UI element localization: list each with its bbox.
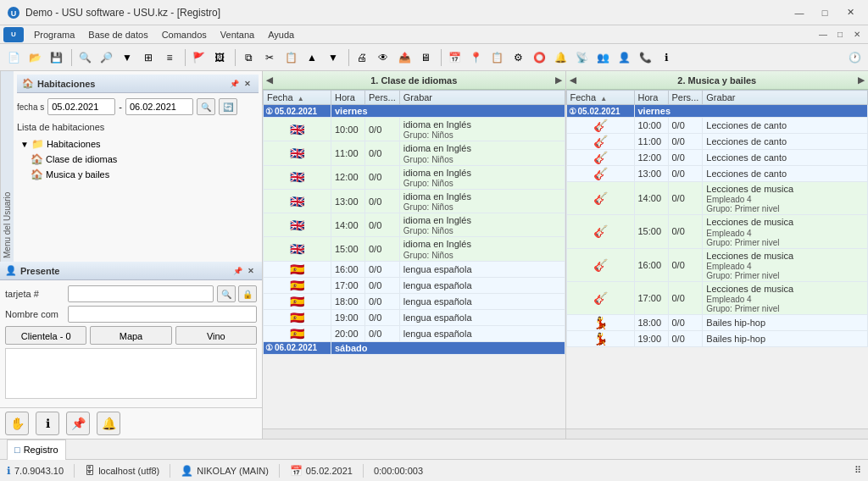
tb-filter2-btn[interactable]: ⊞ (138, 47, 159, 68)
tb-clock-btn[interactable]: 🕐 (844, 47, 865, 68)
tb-filter3-btn[interactable]: ≡ (159, 47, 180, 68)
tb-feed-btn[interactable]: 📡 (571, 47, 592, 68)
tb-img-btn[interactable]: 🖼 (209, 47, 230, 68)
tb-save-btn[interactable]: 💾 (46, 47, 66, 68)
tb-search-btn[interactable]: 🔍 (75, 47, 95, 68)
tb-zoom-btn[interactable]: 🔎 (96, 47, 116, 68)
pin-btn[interactable]: 📌 (66, 412, 90, 435)
table-row[interactable]: 🇬🇧10:000/0idioma en InglésGrupo: Niños (264, 118, 565, 141)
tb-circle-btn[interactable]: ⭕ (529, 47, 549, 68)
table-row[interactable]: ①06.02.2021sábado (264, 341, 565, 354)
col-hora-2[interactable]: Hora (634, 91, 668, 105)
tb-info-btn[interactable]: ℹ (656, 47, 676, 68)
registro-tab[interactable]: □ Registro (7, 440, 66, 460)
tb-print-btn[interactable]: 🖨 (352, 47, 372, 68)
info-btn[interactable]: ℹ (36, 412, 59, 435)
panel2-table-wrap[interactable]: Fecha ▲ Hora Pers... Grabar ①05.02.2021v… (566, 90, 869, 428)
resize-handle[interactable]: ⠿ (854, 465, 861, 476)
tb-users-btn[interactable]: 👥 (593, 47, 613, 68)
tb-settings-btn[interactable]: ⚙ (508, 47, 528, 68)
col-grabar-1[interactable]: Grabar (399, 91, 565, 105)
panel-close-btn[interactable]: ✕ (242, 78, 253, 90)
table-row[interactable]: 🎸10:000/0Lecciones de canto (566, 118, 868, 134)
table-row[interactable]: 💃19:000/0Bailes hip-hop (566, 331, 868, 347)
table-row[interactable]: 🎸15:000/0Lecciones de musicaEmpleado 4Gr… (566, 215, 868, 248)
tree-item-habitaciones[interactable]: ▼ 📁 Habitaciones (17, 136, 259, 152)
col-pers-2[interactable]: Pers... (668, 91, 703, 105)
close-button[interactable]: ✕ (839, 4, 861, 21)
panel2-hscroll[interactable] (566, 428, 869, 439)
table-row[interactable]: 🇬🇧11:000/0idioma en InglésGrupo: Niños (264, 141, 565, 165)
tree-item-musica[interactable]: 🏠 Musica y bailes (17, 167, 259, 182)
table-row[interactable]: 🇬🇧15:000/0idioma en InglésGrupo: Niños (264, 237, 565, 261)
date-from-input[interactable] (47, 98, 115, 115)
menu-base-datos[interactable]: Base de datos (81, 28, 154, 41)
col-fecha-2[interactable]: Fecha ▲ (566, 91, 634, 105)
table-row[interactable]: 🇪🇸19:000/0lengua española (264, 309, 565, 325)
tb-user-btn[interactable]: 👤 (614, 47, 634, 68)
hand-btn[interactable]: ✋ (5, 412, 29, 435)
menu-max-btn[interactable]: □ (832, 27, 848, 42)
panel1-hscroll[interactable] (263, 428, 565, 439)
tb-flag-btn[interactable]: 🚩 (188, 47, 209, 68)
tb-down-btn[interactable]: ▼ (323, 47, 343, 68)
table-row[interactable]: 💃18:000/0Bailes hip-hop (566, 315, 868, 331)
tb-cal-btn[interactable]: 📅 (444, 47, 465, 68)
menu-comandos[interactable]: Comandos (155, 28, 214, 41)
col-pers-1[interactable]: Pers... (365, 91, 400, 105)
presente-pin-btn[interactable]: 📌 (231, 265, 243, 277)
table-row[interactable]: 🎸11:000/0Lecciones de canto (566, 134, 868, 150)
tarjeta-search-btn[interactable]: 🔍 (217, 285, 236, 302)
mapa-btn[interactable]: Mapa (90, 326, 171, 345)
date-search-btn[interactable]: 🔍 (197, 98, 215, 115)
table-row[interactable]: ①05.02.2021viernes (264, 105, 565, 118)
tarjeta-lock-btn[interactable]: 🔒 (238, 285, 257, 302)
table-row[interactable]: 🇬🇧13:000/0idioma en InglésGrupo: Niños (264, 189, 565, 213)
panel1-scroll-right[interactable]: ▶ (555, 75, 562, 85)
table-row[interactable]: 🇪🇸16:000/0lengua española (264, 261, 565, 277)
menu-ventana[interactable]: Ventana (214, 28, 261, 41)
menu-ayuda[interactable]: Ayuda (261, 28, 301, 41)
tb-monitor-btn[interactable]: 🖥 (415, 47, 436, 68)
tb-copy-btn[interactable]: ⧉ (238, 47, 259, 68)
col-hora-1[interactable]: Hora (331, 91, 365, 105)
table-row[interactable]: 🎸16:000/0Lecciones de musicaEmpleado 4Gr… (566, 248, 868, 281)
minimize-button[interactable]: — (788, 4, 810, 21)
tb-preview-btn[interactable]: 👁 (373, 47, 393, 68)
table-row[interactable]: 🇬🇧14:000/0idioma en InglésGrupo: Niños (264, 213, 565, 237)
date-to-input[interactable] (125, 98, 193, 115)
menu-close-btn[interactable]: ✕ (849, 27, 865, 42)
tb-list-btn[interactable]: 📋 (487, 47, 507, 68)
table-row[interactable]: 🎸13:000/0Lecciones de canto (566, 166, 868, 182)
tb-new-btn[interactable]: 📄 (3, 47, 24, 68)
panel1-scroll-left[interactable]: ◀ (266, 75, 273, 85)
table-row[interactable]: 🇪🇸20:000/0lengua española (264, 325, 565, 341)
tb-bell-btn[interactable]: 🔔 (550, 47, 570, 68)
menu-min-btn[interactable]: — (815, 27, 831, 42)
table-row[interactable]: 🎸14:000/0Lecciones de musicaEmpleado 4Gr… (566, 182, 868, 215)
col-fecha-1[interactable]: Fecha ▲ (264, 91, 331, 105)
table-row[interactable]: 🇪🇸17:000/0lengua española (264, 277, 565, 293)
menu-usuario-tab[interactable]: Menu del Usuario (0, 71, 14, 262)
table-row[interactable]: ①05.02.2021viernes (566, 105, 868, 118)
tb-map-btn[interactable]: 📍 (465, 47, 486, 68)
panel2-scroll-right[interactable]: ▶ (858, 75, 865, 85)
table-row[interactable]: 🇬🇧12:000/0idioma en InglésGrupo: Niños (264, 165, 565, 189)
tb-filter-btn[interactable]: ▼ (117, 47, 137, 68)
cliente-btn[interactable]: Clientela - 0 (5, 326, 86, 345)
tb-phone-btn[interactable]: 📞 (635, 47, 655, 68)
menu-programa[interactable]: Programa (27, 28, 81, 41)
tb-up-btn[interactable]: ▲ (302, 47, 322, 68)
bell-btn[interactable]: 🔔 (97, 412, 120, 435)
vino-btn[interactable]: Vino (175, 326, 257, 345)
tb-open-btn[interactable]: 📂 (25, 47, 45, 68)
tb-paste-btn[interactable]: 📋 (281, 47, 301, 68)
tb-export-btn[interactable]: 📤 (394, 47, 415, 68)
tree-item-clase[interactable]: 🏠 Clase de idiomas (17, 152, 259, 167)
col-grabar-2[interactable]: Grabar (703, 91, 868, 105)
date-refresh-btn[interactable]: 🔄 (219, 98, 237, 115)
maximize-button[interactable]: □ (814, 4, 836, 21)
tb-cut-btn[interactable]: ✂ (259, 47, 280, 68)
panel1-table-wrap[interactable]: Fecha ▲ Hora Pers... Grabar ①05.02.2021v… (263, 90, 565, 428)
presente-close-btn[interactable]: ✕ (245, 265, 257, 277)
